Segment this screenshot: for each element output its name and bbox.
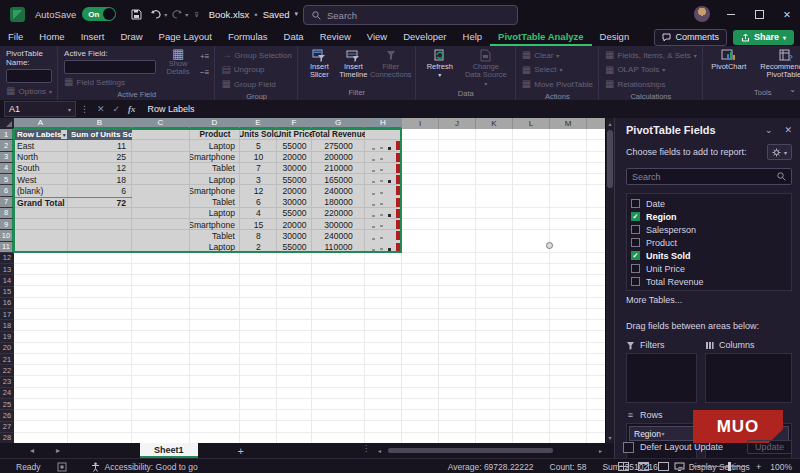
- search-input[interactable]: Search: [303, 5, 518, 25]
- rows-field-chip[interactable]: Region▾: [629, 426, 694, 441]
- cell-F6[interactable]: 20000: [277, 185, 312, 196]
- recommended-pivottables-button[interactable]: ? Recommended PivotTables: [755, 49, 800, 80]
- column-header-E[interactable]: E: [240, 118, 277, 129]
- change-data-source-button[interactable]: Change Data Source▾: [462, 49, 510, 87]
- field-checkbox[interactable]: [631, 212, 640, 221]
- select-all-corner[interactable]: [0, 118, 14, 129]
- row-header-19[interactable]: 19: [0, 332, 14, 343]
- sparkline-cell[interactable]: [365, 152, 402, 163]
- cell-G5[interactable]: 165000: [312, 174, 365, 185]
- columns-dropzone[interactable]: [705, 353, 792, 403]
- column-header-L[interactable]: L: [513, 118, 550, 129]
- cell-F11[interactable]: 55000: [277, 242, 312, 253]
- cell-E5[interactable]: 3: [240, 174, 277, 185]
- cell-F8[interactable]: 55000: [277, 208, 312, 219]
- pivot-filter-dropdown-icon[interactable]: ▼: [61, 130, 67, 139]
- row-header-13[interactable]: 13: [0, 264, 14, 275]
- refresh-button[interactable]: Refresh▾: [422, 49, 458, 79]
- cell-G8[interactable]: 220000: [312, 208, 365, 219]
- ribbon-tab-design[interactable]: Design: [592, 29, 638, 46]
- cell-D6[interactable]: Smartphone: [190, 185, 240, 196]
- cell-F5[interactable]: 55000: [277, 174, 312, 185]
- row-header-8[interactable]: 8: [0, 208, 14, 219]
- column-header-B[interactable]: B: [68, 118, 132, 129]
- ribbon-tab-draw[interactable]: Draw: [112, 29, 150, 46]
- cell-A7[interactable]: Grand Total: [14, 197, 68, 208]
- page-break-view-icon[interactable]: [658, 462, 669, 471]
- name-box-splitter[interactable]: ⋮: [80, 104, 89, 114]
- more-tables-link[interactable]: More Tables...: [626, 295, 792, 305]
- pane-options-chevron-icon[interactable]: ⌄: [765, 125, 773, 135]
- record-macro-icon[interactable]: [57, 462, 67, 472]
- cell-G1[interactable]: Total Revenue: [312, 129, 365, 140]
- ribbon-tab-data[interactable]: Data: [276, 29, 312, 46]
- ribbon-tab-file[interactable]: File: [0, 29, 31, 46]
- expand-field-icon[interactable]: +≡: [200, 52, 209, 62]
- cell-D3[interactable]: Smartphone: [190, 152, 240, 163]
- cell-G3[interactable]: 200000: [312, 152, 365, 163]
- relationships-button[interactable]: ▦Relationships: [605, 78, 697, 90]
- ribbon-tab-view[interactable]: View: [359, 29, 395, 46]
- cell-F9[interactable]: 20000: [277, 219, 312, 230]
- clear-button[interactable]: ▦Clear▾: [522, 49, 593, 61]
- undo-caret-icon[interactable]: ▾: [164, 11, 167, 18]
- cell-B2[interactable]: 11: [68, 140, 132, 151]
- vscroll-up-icon[interactable]: ▴: [606, 120, 614, 127]
- redo-button[interactable]: [168, 5, 186, 23]
- select-button[interactable]: ▦Select▾: [522, 64, 593, 76]
- sparkline-cell[interactable]: [365, 174, 402, 185]
- field-item-region[interactable]: Region: [631, 210, 791, 223]
- cell-G11[interactable]: 110000: [312, 242, 365, 253]
- column-header-J[interactable]: J: [439, 118, 476, 129]
- row-header-17[interactable]: 17: [0, 309, 14, 320]
- column-header-C[interactable]: C: [132, 118, 190, 129]
- cell-E10[interactable]: 8: [240, 230, 277, 241]
- cell-E6[interactable]: 12: [240, 185, 277, 196]
- column-header-D[interactable]: D: [190, 118, 240, 129]
- update-button[interactable]: Update: [747, 440, 792, 454]
- row-header-11[interactable]: 11: [0, 242, 14, 253]
- autosave-toggle[interactable]: On: [82, 7, 116, 21]
- cell-F7[interactable]: 30000: [277, 197, 312, 208]
- sparkline-cell[interactable]: [365, 197, 402, 208]
- field-item-date[interactable]: Date: [631, 197, 791, 210]
- cancel-icon[interactable]: ✕: [97, 104, 105, 114]
- vscroll-down-icon[interactable]: ▾: [606, 434, 614, 441]
- ribbon-tab-developer[interactable]: Developer: [395, 29, 454, 46]
- cell-G2[interactable]: 275000: [312, 140, 365, 151]
- row-header-23[interactable]: 23: [0, 377, 14, 388]
- accessibility-status[interactable]: Accessibility: Good to go: [105, 462, 198, 472]
- column-header-K[interactable]: K: [476, 118, 513, 129]
- zoom-slider-thumb[interactable]: [728, 462, 731, 471]
- ribbon-tab-home[interactable]: Home: [31, 29, 72, 46]
- row-header-10[interactable]: 10: [0, 230, 14, 241]
- cell-E2[interactable]: 5: [240, 140, 277, 151]
- formula-content[interactable]: Row Labels: [148, 104, 195, 114]
- cell-E3[interactable]: 10: [240, 152, 277, 163]
- row-header-18[interactable]: 18: [0, 320, 14, 331]
- cell-F1[interactable]: Unit Price: [277, 129, 312, 140]
- cell-F10[interactable]: 30000: [277, 230, 312, 241]
- cell-B1[interactable]: Sum of Units Sold: [68, 129, 132, 140]
- field-checkbox[interactable]: [631, 238, 640, 247]
- sparkline-cell[interactable]: [365, 140, 402, 151]
- fields-items-sets-button[interactable]: ▦Fields, Items, & Sets▾: [605, 49, 697, 61]
- row-header-15[interactable]: 15: [0, 287, 14, 298]
- cell-D10[interactable]: Tablet: [190, 230, 240, 241]
- hscroll-right-icon[interactable]: ▸: [599, 447, 602, 454]
- ribbon-tab-formulas[interactable]: Formulas: [220, 29, 276, 46]
- row-header-24[interactable]: 24: [0, 388, 14, 399]
- cell-E9[interactable]: 15: [240, 219, 277, 230]
- cell-E8[interactable]: 4: [240, 208, 277, 219]
- pivottable-name-input[interactable]: [6, 69, 52, 83]
- sparkline-cell[interactable]: [365, 208, 402, 219]
- row-header-16[interactable]: 16: [0, 298, 14, 309]
- cell-B3[interactable]: 25: [68, 152, 132, 163]
- insert-timeline-button[interactable]: Insert Timeline: [337, 49, 370, 80]
- ribbon-tab-review[interactable]: Review: [312, 29, 359, 46]
- zoom-slider[interactable]: [692, 466, 747, 467]
- insert-function-icon[interactable]: fx: [128, 104, 136, 114]
- cell-F2[interactable]: 55000: [277, 140, 312, 151]
- column-header-A[interactable]: A: [14, 118, 68, 129]
- cell-F3[interactable]: 20000: [277, 152, 312, 163]
